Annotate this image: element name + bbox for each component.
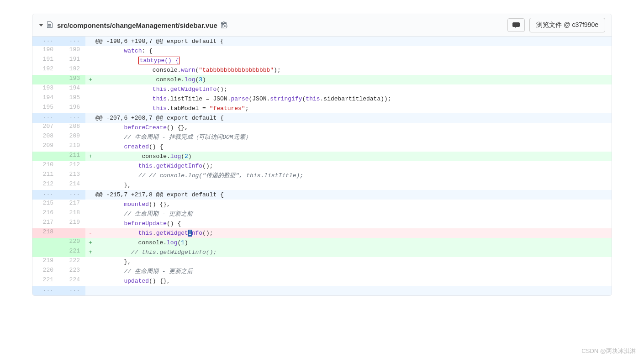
old-line-number[interactable]: 216 [32, 209, 59, 219]
code-line[interactable]: }, [85, 257, 612, 267]
code-line[interactable]: this.listTitle = JSON.parse(JSON.stringi… [85, 94, 612, 104]
old-line-number[interactable]: ... [32, 190, 59, 200]
code-line[interactable]: this.getWidgetInfo(); [85, 84, 612, 94]
code-line[interactable]: + // this.getWidgetInfo(); [85, 247, 612, 257]
old-line-number[interactable]: 221 [32, 276, 59, 286]
code-line[interactable]: beforeUpdate() { [85, 219, 612, 228]
new-line-number[interactable] [59, 228, 85, 238]
code-line[interactable]: + console.log(2) [85, 152, 612, 161]
code-line[interactable]: beforeCreate() {}, [85, 123, 612, 132]
code-token: // 生命周期 - 挂载完成（可以访问DOM元素） [124, 134, 251, 141]
old-line-number[interactable]: 191 [32, 56, 59, 65]
old-line-number[interactable] [32, 75, 59, 84]
code-line[interactable]: @@ -215,7 +217,8 @@ export default { [85, 190, 612, 200]
code-line[interactable]: @@ -190,6 +190,7 @@ export default { [85, 37, 612, 46]
code-line[interactable]: mounted() {}, [85, 200, 612, 209]
new-line-number[interactable]: 194 [59, 84, 85, 94]
browse-file-button[interactable]: 浏览文件 @ c37f990e [529, 18, 605, 32]
code-line[interactable]: // // console.log("传递的数据", this.listTitl… [85, 171, 612, 180]
code-token: .sidebartitledata)); [320, 95, 391, 102]
new-line-number[interactable]: 190 [59, 46, 85, 56]
old-line-number[interactable]: 217 [32, 219, 59, 228]
old-line-number[interactable]: 212 [32, 180, 59, 190]
code-line[interactable]: tabtype() { [85, 56, 612, 65]
old-line-number[interactable]: 210 [32, 161, 59, 171]
code-line[interactable]: created() { [85, 142, 612, 152]
code-token [95, 163, 138, 169]
code-line[interactable]: + console.log(3) [85, 75, 612, 84]
code-token: parse [231, 95, 248, 102]
code-line[interactable]: // 生命周期 - 更新之前 [85, 209, 612, 219]
code-line[interactable] [85, 286, 612, 295]
old-line-number[interactable]: ... [32, 286, 59, 295]
code-line[interactable]: }, [85, 180, 612, 190]
code-token: console. [95, 239, 167, 246]
code-line[interactable]: // 生命周期 - 挂载完成（可以访问DOM元素） [85, 132, 612, 142]
comment-button[interactable] [507, 18, 525, 32]
old-line-number[interactable]: 207 [32, 123, 59, 132]
old-line-number[interactable] [32, 247, 59, 257]
old-line-number[interactable]: 218 [32, 228, 59, 238]
diff-sign [85, 123, 95, 132]
diff-table: ...... @@ -190,6 +190,7 @@ export defaul… [32, 37, 612, 295]
old-line-number[interactable] [32, 238, 59, 247]
diff-sign [85, 180, 95, 190]
old-line-number[interactable]: 192 [32, 65, 59, 75]
code-line[interactable]: @@ -207,6 +208,7 @@ export default { [85, 113, 612, 123]
code-line[interactable]: + console.log(1) [85, 238, 612, 247]
copy-icon[interactable] [221, 21, 227, 30]
new-line-number[interactable]: ... [59, 113, 85, 123]
code-token: mounted [124, 201, 149, 208]
new-line-number[interactable]: 192 [59, 65, 85, 75]
code-line[interactable]: watch: { [85, 46, 612, 56]
new-line-number[interactable]: 208 [59, 123, 85, 132]
new-line-number[interactable]: 219 [59, 219, 85, 228]
old-line-number[interactable]: 215 [32, 200, 59, 209]
old-line-number[interactable]: ... [32, 113, 59, 123]
new-line-number[interactable]: 213 [59, 171, 85, 180]
code-line[interactable]: updated() {}, [85, 276, 612, 286]
old-line-number[interactable]: 219 [32, 257, 59, 267]
code-token: ( [181, 153, 185, 160]
new-line-number[interactable]: 191 [59, 56, 85, 65]
new-line-number[interactable]: 210 [59, 142, 85, 152]
new-line-number[interactable]: 223 [59, 267, 85, 276]
old-line-number[interactable]: 193 [32, 84, 59, 94]
code-line[interactable]: console.warn("tabbbbbbbbbbbbbbbbb"); [85, 65, 612, 75]
code-line[interactable]: this.tabModel = "features"; [85, 104, 612, 113]
new-line-number[interactable]: 196 [59, 104, 85, 113]
new-line-number[interactable]: 195 [59, 94, 85, 104]
old-line-number[interactable]: 209 [32, 142, 59, 152]
old-line-number[interactable]: 195 [32, 104, 59, 113]
code-line[interactable]: // 生命周期 - 更新之后 [85, 267, 612, 276]
new-line-number[interactable]: 217 [59, 200, 85, 209]
old-line-number[interactable]: 220 [32, 267, 59, 276]
diff-sign [85, 37, 95, 46]
new-line-number[interactable]: 193 [59, 75, 85, 84]
code-line[interactable]: this.getWidgetInfo(); [85, 161, 612, 171]
code-token [95, 105, 153, 112]
new-line-number[interactable]: 222 [59, 257, 85, 267]
new-line-number[interactable]: 211 [59, 152, 85, 161]
diff-sign: - [85, 228, 95, 238]
old-line-number[interactable] [32, 152, 59, 161]
new-line-number[interactable]: 214 [59, 180, 85, 190]
new-line-number[interactable]: ... [59, 37, 85, 46]
old-line-number[interactable]: 208 [32, 132, 59, 142]
old-line-number[interactable]: ... [32, 37, 59, 46]
code-token: this [138, 230, 153, 237]
code-line[interactable]: - this.getWidgetInfo(); [85, 228, 612, 238]
new-line-number[interactable]: 212 [59, 161, 85, 171]
old-line-number[interactable]: 190 [32, 46, 59, 56]
old-line-number[interactable]: 194 [32, 94, 59, 104]
new-line-number[interactable]: 224 [59, 276, 85, 286]
diff-row: 211+ console.log(2) [32, 152, 612, 161]
new-line-number[interactable]: 220 [59, 238, 85, 247]
new-line-number[interactable]: ... [59, 286, 85, 295]
caret-down-icon[interactable] [39, 24, 43, 26]
old-line-number[interactable]: 211 [32, 171, 59, 180]
new-line-number[interactable]: 218 [59, 209, 85, 219]
new-line-number[interactable]: 209 [59, 132, 85, 142]
new-line-number[interactable]: ... [59, 190, 85, 200]
new-line-number[interactable]: 221 [59, 247, 85, 257]
